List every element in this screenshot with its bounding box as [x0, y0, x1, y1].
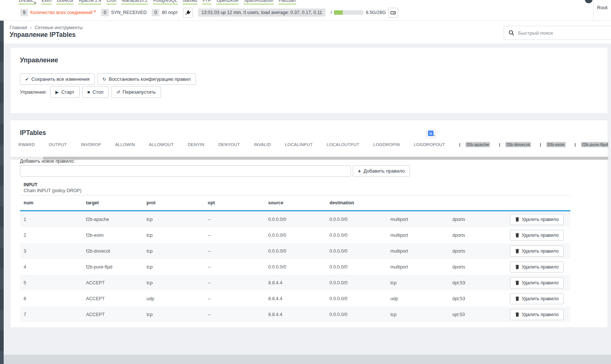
cell-destination: 0.0.0.0/0 [326, 312, 387, 317]
cell-match: multiport [387, 249, 449, 254]
save-all-changes-button[interactable]: ✔ Сохранить все изменения [20, 73, 95, 85]
cell-prot: udp [143, 296, 204, 301]
search-input[interactable] [518, 30, 610, 36]
delete-rule-label: Удалить правило [522, 217, 559, 222]
service-link-dnsbl[interactable]: DNSBL ⧉ [18, 0, 37, 4]
add-rule-button[interactable]: + Добавить правило [353, 165, 410, 177]
column-header: prot [143, 200, 204, 205]
service-link[interactable]: OpenDKIM [216, 0, 239, 4]
uptime-load-badge: 13:01:03 up 12 min, 0 users, load averag… [198, 8, 325, 17]
iptables-management-page: DNSBL ⧉ EximDovecotApache 2.4CronMariaDB… [0, 0, 611, 364]
delete-rule-label: Удалить правило [522, 312, 559, 317]
disk-usage-fill [334, 10, 343, 15]
restore-config-button[interactable]: ↻ Восстановить конфигурацию правил [97, 73, 196, 85]
chain-tab[interactable]: LOGDROPOUT [414, 142, 445, 147]
table-row: 4 f2b-pure-ftpd tcp -- 0.0.0.0/0 0.0.0.0… [20, 259, 570, 275]
cell-destination: 0.0.0.0/0 [326, 233, 387, 238]
table-row: 2 f2b-exim tcp -- 0.0.0.0/0 0.0.0.0/0 mu… [20, 227, 570, 243]
connections-link[interactable]: Количество всех соединений ⧉ [30, 10, 96, 15]
cell-target: f2b-apache [82, 217, 143, 222]
chain-tab-highlighted[interactable]: f2b-apache [466, 142, 490, 147]
start-button[interactable]: ▶ Старт [50, 86, 80, 98]
services-nav: DNSBL ⧉ EximDovecotApache 2.4CronMariaDB… [18, 0, 296, 4]
sidebar-edge[interactable] [0, 21, 4, 364]
iptables-panel-title: IPTables [20, 129, 46, 137]
trash-icon [515, 233, 519, 238]
service-link[interactable]: Fail2ban [279, 0, 296, 4]
delete-rule-button[interactable]: Удалить правило [510, 214, 564, 225]
status-row: 9 Количество всех соединений ⧉ 0 SYN_REC… [20, 7, 398, 18]
cell-actions: Удалить правило [510, 293, 570, 304]
plug-icon [185, 10, 191, 16]
chain-tab[interactable]: INVDROP [81, 142, 101, 147]
chain-tab-highlighted[interactable]: f2b-pure-ftpd [581, 142, 608, 147]
chain-tab[interactable]: OUTPUT [49, 142, 67, 147]
service-link[interactable]: PostgreSQL [153, 0, 177, 4]
delete-rule-button[interactable]: Удалить правило [510, 261, 564, 273]
disk-usage-progressbar [334, 10, 363, 15]
google-translate-button[interactable]: G * [427, 129, 436, 138]
service-link[interactable]: Exim [41, 0, 52, 4]
port80-label: 80 порт [162, 10, 178, 15]
chain-tab[interactable]: DENYIN [188, 142, 204, 147]
cell-target: f2b-pure-ftpd [82, 264, 143, 270]
external-link-icon: ⧉ [34, 0, 36, 4]
cell-actions: Удалить правило [510, 214, 570, 225]
chain-tab[interactable]: ALLOWOUT [149, 142, 174, 147]
user-avatar[interactable] [585, 0, 593, 3]
chain-tab-highlighted[interactable]: f2b-dovecot [505, 142, 531, 147]
chain-tab[interactable]: LOCALINPUT [285, 142, 313, 147]
chain-tab-wrap: f2b-apache [459, 142, 490, 147]
chain-tab[interactable]: RWARD [18, 142, 35, 147]
disk-button[interactable] [388, 8, 398, 18]
tabs-horizontal-scrollbar [10, 157, 608, 160]
cell-ports: dports [449, 233, 510, 238]
service-link[interactable]: Dovecot [56, 0, 73, 4]
table-row: 3 f2b-dovecot tcp -- 0.0.0.0/0 0.0.0.0/0… [20, 243, 570, 259]
refresh-icon: ↻ [103, 77, 106, 82]
scrollbar-thumb[interactable] [43, 157, 608, 160]
service-link[interactable]: Cron [106, 0, 117, 4]
delete-rule-button[interactable]: Удалить правило [510, 246, 564, 257]
cell-source: 0.0.0.0/0 [265, 217, 326, 222]
cell-destination: 0.0.0.0/0 [326, 296, 387, 301]
delete-rule-button[interactable]: Удалить правило [510, 309, 564, 320]
restart-button[interactable]: ↺ Перезапустить [111, 86, 161, 98]
user-name[interactable]: Root [597, 5, 608, 10]
plus-icon: + [358, 169, 361, 174]
service-link[interactable]: Named [183, 0, 198, 4]
cell-target: f2b-exim [82, 233, 143, 238]
delete-rule-button[interactable]: Удалить правило [510, 293, 564, 304]
cell-num: 2 [20, 233, 82, 238]
service-label: DNSBL [19, 0, 34, 3]
cell-actions: Удалить правило [510, 277, 570, 288]
chain-tab[interactable]: LOGDROPIN [373, 142, 400, 147]
table-row: 1 f2b-apache tcp -- 0.0.0.0/0 0.0.0.0/0 … [20, 211, 570, 227]
new-rule-input[interactable] [20, 165, 351, 177]
breadcrumb-section[interactable]: Сетевые инструменты [35, 25, 83, 30]
breadcrumb-home[interactable]: Главная [10, 25, 27, 30]
service-link[interactable]: SpamAssassin [244, 0, 273, 4]
delete-rule-button[interactable]: Удалить правило [510, 277, 564, 288]
chain-tab[interactable]: ALLOWIN [115, 142, 135, 147]
chain-tab[interactable]: INVALID [254, 142, 271, 147]
cell-source: 0.0.0.0/0 [265, 233, 326, 238]
cell-opt: -- [204, 233, 265, 238]
chain-tab[interactable]: DENYOUT [218, 142, 240, 147]
cell-match: tcp [387, 280, 449, 285]
chain-tab[interactable]: LOCALOUTPUT [327, 142, 359, 147]
chain-tabs-f2b: f2b-apachef2b-dovecotf2b-eximf2b-pure-ft… [459, 142, 608, 147]
chain-tab-highlighted[interactable]: f2b-exim [546, 142, 566, 147]
quick-search-box [504, 26, 611, 40]
plug-button[interactable] [183, 8, 193, 18]
restart-icon: ↺ [116, 90, 120, 94]
table-row: 6 ACCEPT udp -- 8.8.4.4 0.0.0.0/0 udp dp… [20, 291, 570, 306]
chain-tab-wrap: f2b-pure-ftpd [574, 142, 608, 147]
service-link[interactable]: Apache 2.4 [78, 0, 101, 4]
stop-button[interactable]: ■ Стоп [82, 86, 109, 98]
syn-label: SYN_RECEIVED [111, 10, 147, 15]
service-link[interactable]: FTP [202, 0, 211, 4]
delete-rule-button[interactable]: Удалить правило [510, 230, 564, 241]
table-row: 7 ACCEPT tcp -- 8.8.4.4 0.0.0.0/0 tcp sp… [20, 306, 570, 322]
service-link[interactable]: MariaDB10.2 [121, 0, 148, 4]
